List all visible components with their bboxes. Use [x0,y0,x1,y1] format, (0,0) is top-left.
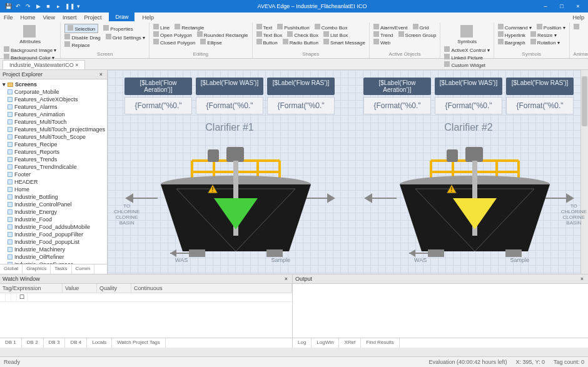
tab-help[interactable]: Help [572,14,584,21]
tree-root[interactable]: ▾ Screens [0,81,107,88]
output-body[interactable] [293,284,588,338]
qat-more-icon[interactable]: ▾ [75,3,81,9]
tree-item[interactable]: Industrie_ControlPanel [0,201,107,208]
tree-item[interactable]: Industrie_Energy [0,208,107,216]
ribbon-item[interactable]: Disable Drag [64,34,100,41]
ribbon-item[interactable]: Trend [373,31,393,38]
qat-redo-icon[interactable]: ↷ [25,3,31,9]
qat-undo-icon[interactable]: ↶ [15,3,21,9]
ribbon-item[interactable]: Line [153,24,170,31]
tree-item[interactable]: Industrie_Food_popupFilter [0,231,107,238]
qat-save-icon[interactable]: 💾 [5,3,11,9]
watch-col-value[interactable]: Value [63,284,97,293]
tree-item[interactable]: Industrie_Bottling [0,193,107,201]
ribbon-item[interactable]: Pushbutton [277,24,309,31]
minimize-button[interactable]: – [538,3,553,9]
ribbon-big-button[interactable]: Attributes [4,24,56,46]
output-tab[interactable]: Log [293,338,312,348]
tree-item[interactable]: Industrie_Food [0,216,107,223]
panel-close-icon[interactable]: × [98,71,104,78]
watch-tab[interactable]: Watch Project Tags [112,338,165,348]
tag-label[interactable]: [$Label('Flow Aeration')] [124,78,192,95]
project-tree[interactable]: ▾ ScreensCorporate_MobileFeatures_Active… [0,79,107,264]
watch-col-tag[interactable]: Tag/Expression [0,284,63,293]
tab-view[interactable]: View [43,14,55,21]
tag-label[interactable]: [$Label('Flow WAS')] [435,78,502,95]
tab-insert[interactable]: Insert [63,14,77,21]
ribbon-item[interactable]: Text Box [256,31,283,38]
ribbon-item[interactable]: List Box [323,31,348,38]
ribbon-item[interactable]: Rotation ▾ [530,39,560,46]
ribbon-item[interactable]: Grid [413,24,429,31]
watch-grid[interactable]: Tag/Expression Value Quality Continuous … [0,284,292,338]
ribbon-item[interactable]: Selection [64,24,98,33]
value-display[interactable]: {Format("%0." [363,97,431,114]
ribbon-big-button[interactable]: Symbols [444,24,489,46]
tree-item[interactable]: Features_ActiveXObjects [0,96,107,103]
qat-run-icon[interactable]: ▶ [35,3,41,9]
ribbon-item[interactable]: Ellipse [200,39,222,46]
ribbon-item[interactable]: Check Box [287,31,318,38]
ribbon-item[interactable]: Open Polygon [153,31,192,38]
tree-item[interactable]: Footer [0,171,107,178]
panel-close-icon[interactable]: × [283,276,290,282]
watch-col-quality[interactable]: Quality [97,284,131,293]
tree-item[interactable]: Industrie_Food_addsubMobile [0,223,107,231]
qat-play-icon[interactable]: ▸ [55,3,61,9]
tree-item[interactable]: Industrie_Machinery [0,246,107,253]
tag-label[interactable]: [$Label('Flow RAS')] [506,78,574,95]
value-display[interactable]: {Format("%0." [267,97,335,114]
tree-item[interactable]: Features_Recipe [0,141,107,148]
output-tab[interactable]: LogWin [312,338,339,348]
ribbon-item[interactable]: Web [373,39,390,46]
tree-item[interactable]: Features_TrendIndicable [0,163,107,171]
tag-label[interactable]: [$Label('Flow WAS')] [196,78,263,95]
ribbon-item[interactable]: Replace [64,41,89,48]
tree-item[interactable]: Features_MultiTouch_Scope [0,133,107,141]
tree-item[interactable]: Features_Reports [0,148,107,156]
value-display[interactable]: {Format("%0." [506,97,574,114]
watch-col-continuous[interactable]: Continuous [131,284,292,293]
explorer-tab[interactable]: Comm [72,264,95,274]
panel-close-icon[interactable]: × [579,276,585,282]
ribbon-item[interactable]: Command ▾ [498,24,532,31]
explorer-tab[interactable]: Graphics [23,264,51,274]
ribbon-item[interactable]: Screen Group [398,31,437,38]
ribbon-item[interactable]: Position ▾ [537,24,565,31]
tab-draw[interactable]: Draw [109,13,134,21]
tag-label[interactable]: [$Label('Flow Aeration')] [363,78,431,95]
watch-tab[interactable]: DB 3 [44,338,66,348]
ribbon-item[interactable]: Background Image ▾ [4,46,56,53]
clarifier-group[interactable]: [$Label('Flow Aeration')][$Label('Flow W… [353,78,584,267]
ribbon-item[interactable]: Smart Message [323,39,365,46]
tab-help-left[interactable]: Help [142,14,154,21]
close-button[interactable]: × [570,3,585,9]
watch-tab[interactable]: DB 2 [22,338,44,348]
ribbon-item[interactable]: Custom Widget [444,61,485,68]
ribbon-item[interactable]: Rounded Rectangle [197,31,248,38]
tree-item[interactable]: HEADER [0,178,107,186]
design-canvas[interactable]: [$Label('Flow Aeration')][$Label('Flow W… [108,70,588,274]
tab-file[interactable]: File [4,14,13,21]
ribbon-item[interactable]: Combo Box [315,24,348,31]
ribbon-item[interactable]: ActiveX Control ▾ [444,46,489,53]
ribbon-item[interactable]: Hyperlink [498,31,525,38]
output-tab[interactable]: Find Results [361,338,399,348]
qat-stop-icon[interactable]: ■ [45,3,51,9]
value-display[interactable]: {Format("%0." [435,97,502,114]
ribbon-item[interactable]: Closed Polygon [153,39,195,46]
ribbon-item[interactable]: Radio Button [283,39,318,46]
watch-cell[interactable] [0,293,6,301]
qat-pause-icon[interactable]: ❚❚ [65,3,71,9]
explorer-tab[interactable]: Tasks [51,264,71,274]
ribbon-item[interactable]: Linked Picture [444,54,483,61]
ribbon-item[interactable]: Resize ▾ [530,31,557,38]
tree-item[interactable]: Features_MultiTouch_projectImages [0,126,107,133]
ribbon-item[interactable]: Alarm/Event [373,24,408,31]
ribbon-item[interactable]: Button [256,39,278,46]
output-tab[interactable]: XRef [339,338,361,348]
maximize-button[interactable]: □ [554,3,569,9]
tree-item[interactable]: Home [0,186,107,193]
ribbon-item[interactable]: Text [256,24,273,31]
ribbon-item[interactable]: Rectangle [175,24,204,31]
